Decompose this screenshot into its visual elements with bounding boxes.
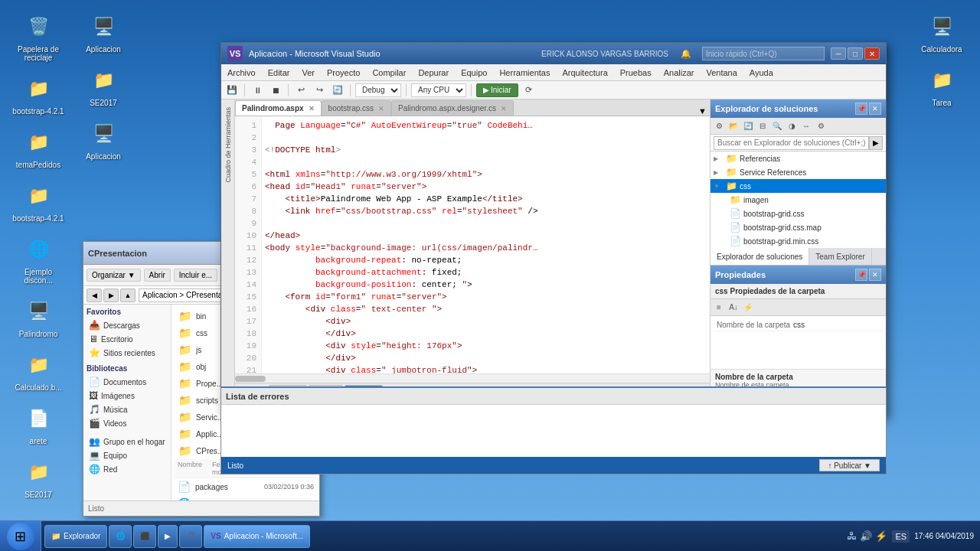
fe-sidebar-equipo[interactable]: 💻Equipo bbox=[87, 448, 168, 462]
ep-publish-button[interactable]: ↑ Publicar ▼ bbox=[819, 459, 880, 471]
desktop-icon-arete[interactable]: 📄 arete bbox=[8, 399, 69, 449]
se-tb-view[interactable]: ◑ bbox=[785, 119, 799, 133]
se-tb-collapse[interactable]: ⊟ bbox=[756, 119, 769, 133]
menu-ver[interactable]: Ver bbox=[296, 64, 321, 80]
fe-sidebar-escritorio[interactable]: 🖥Escritorio bbox=[87, 332, 168, 346]
tb-debug-dropdown[interactable]: Debug bbox=[355, 83, 401, 97]
menu-editar[interactable]: Editar bbox=[262, 64, 296, 80]
se-search-go[interactable]: ▶ bbox=[869, 136, 883, 150]
tb-undo-btn[interactable]: ↩ bbox=[293, 83, 309, 97]
fe-back-btn[interactable]: ◀ bbox=[87, 289, 102, 302]
tb-pause-btn[interactable]: ⏸ bbox=[250, 83, 265, 97]
se-search-input[interactable] bbox=[714, 136, 869, 150]
vs-quick-search[interactable] bbox=[702, 47, 825, 60]
desktop-icon-tarea[interactable]: 📁 Tarea bbox=[911, 61, 972, 111]
tree-service-refs[interactable]: ▶ 📁 Service References bbox=[710, 165, 886, 179]
tb-stop-btn[interactable]: ⏹ bbox=[268, 83, 283, 97]
left-tab-herramientas[interactable]: Cuadro de Herramientas bbox=[223, 103, 234, 187]
fe-sidebar-imagenes[interactable]: 🖼Imágenes bbox=[87, 389, 168, 403]
tb-save-btn[interactable]: 💾 bbox=[224, 83, 240, 97]
desktop-icon-calculadorab[interactable]: 📁 Calculado.b... bbox=[8, 346, 69, 396]
se-pin-btn[interactable]: 📌 bbox=[855, 103, 867, 115]
props-tb-cat[interactable]: ≡ bbox=[712, 301, 726, 315]
menu-compilar[interactable]: Compilar bbox=[366, 64, 412, 80]
menu-ventana[interactable]: Ventana bbox=[700, 64, 743, 80]
menu-depurar[interactable]: Depurar bbox=[412, 64, 455, 80]
tab-designer-cs[interactable]: Palindromo.aspx.designer.cs ✕ bbox=[391, 100, 514, 116]
code-content[interactable]: Page Language="C#" AutoEventWireup="true… bbox=[262, 116, 710, 373]
menu-herramientas[interactable]: Herramientas bbox=[493, 64, 556, 80]
desktop-icon-se2017[interactable]: 📁 SE2017 bbox=[8, 453, 69, 503]
tree-bootstrap-grid-css[interactable]: 📄 bootstrap-grid.css bbox=[710, 207, 886, 220]
vs-restore-button[interactable]: □ bbox=[848, 47, 863, 60]
desktop-icon-se2017b[interactable]: 📁 SE2017 bbox=[73, 61, 134, 111]
tree-css[interactable]: ▼ 📁 css bbox=[710, 179, 886, 193]
se-footer-tab-team[interactable]: Team Explorer bbox=[809, 248, 871, 265]
taskbar-item-cmd[interactable]: ⬛ bbox=[133, 525, 156, 548]
menu-archivo[interactable]: Archivo bbox=[221, 64, 262, 80]
tab-bootstrap-close[interactable]: ✕ bbox=[378, 105, 384, 112]
menu-analizar[interactable]: Analizar bbox=[658, 64, 701, 80]
taskbar-item-explorer[interactable]: 📁 Explorador bbox=[44, 525, 107, 548]
vs-close-button[interactable]: ✕ bbox=[864, 47, 880, 60]
se-close-btn[interactable]: ✕ bbox=[869, 103, 881, 115]
menu-proyecto[interactable]: Proyecto bbox=[321, 64, 366, 80]
se-tb-refresh[interactable]: 🔄 bbox=[741, 119, 755, 133]
file-item-packages[interactable]: 📄 packages 03/02/2019 0:36 XML Configura… bbox=[175, 478, 316, 495]
menu-equipo[interactable]: Equipo bbox=[455, 64, 493, 80]
tab-bootstrap-css[interactable]: bootstrap.css ✕ bbox=[322, 100, 391, 116]
scrollbar-thumb[interactable] bbox=[235, 376, 266, 382]
tb-redo-btn[interactable]: ↪ bbox=[312, 83, 327, 97]
tab-designer-close[interactable]: ✕ bbox=[501, 105, 507, 112]
taskbar-item-media[interactable]: ▶ bbox=[158, 525, 178, 548]
tree-bootstrap-grid-mincss[interactable]: 📄 bootstrap-grid.min.css bbox=[710, 234, 886, 248]
fe-sidebar-red[interactable]: 🌐Red bbox=[87, 462, 168, 476]
props-close-btn[interactable]: ✕ bbox=[869, 269, 881, 281]
desktop-icon-calculadora[interactable]: 🖥️ Calculadora bbox=[911, 8, 972, 57]
desktop-icon-papelera[interactable]: 🗑️ Papelera de reciclaje bbox=[8, 8, 69, 66]
menu-ayuda[interactable]: Ayuda bbox=[743, 64, 779, 80]
fe-include-btn[interactable]: Incluir e... bbox=[174, 269, 217, 282]
fe-sidebar-sitios[interactable]: ⭐Sitios recientes bbox=[87, 346, 168, 360]
desktop-icon-temapedidos[interactable]: 📁 temaPedidos bbox=[8, 123, 69, 173]
se-tb-properties[interactable]: ⚙ bbox=[712, 119, 726, 133]
vs-minimize-button[interactable]: ─ bbox=[831, 47, 846, 60]
se-tb-filter[interactable]: 🔍 bbox=[770, 119, 784, 133]
menu-arquitectura[interactable]: Arquitectura bbox=[556, 64, 613, 80]
fe-sidebar-grupo[interactable]: 👥Grupo en el hogar bbox=[87, 435, 168, 448]
desktop-icon-ejemplo[interactable]: 🌐 Ejemplo discon... bbox=[8, 230, 69, 289]
desktop-icon-aplicacion[interactable]: 🖥️ Aplicacion bbox=[73, 8, 134, 57]
tab-palindromo-aspx[interactable]: Palindromo.aspx ✕ bbox=[235, 100, 322, 116]
file-item-palindromo[interactable]: 🌐 Palindromo 03/02/2019 14:43 ASP.NET Se… bbox=[175, 495, 316, 500]
tab-palindromo-close[interactable]: ✕ bbox=[309, 105, 315, 112]
fe-organize-btn[interactable]: Organizar ▼ bbox=[87, 269, 141, 282]
taskbar-item-ie[interactable]: 🌐 bbox=[109, 525, 132, 548]
taskbar-item-vs[interactable]: VS Aplicacion - Microsoft... bbox=[204, 525, 310, 548]
desktop-icon-palindromo[interactable]: 🖥️ Palindromo bbox=[8, 292, 69, 342]
se-tb-gear[interactable]: ⚙ bbox=[814, 119, 828, 133]
desktop-icon-bootstrap2[interactable]: 📁 bootstrap-4.2.1 bbox=[8, 177, 69, 227]
taskbar-item-winamp[interactable]: 🎵 bbox=[179, 525, 202, 548]
se-tb-showfiles[interactable]: 📂 bbox=[727, 119, 740, 133]
editor-scrollbar-h[interactable] bbox=[235, 373, 710, 383]
props-pin-btn[interactable]: 📌 bbox=[855, 269, 867, 281]
props-tb-extra[interactable]: ⚡ bbox=[741, 301, 755, 315]
tree-referencias[interactable]: ▶ 📁 Referencias bbox=[710, 152, 886, 165]
fe-sidebar-musica[interactable]: 🎵Música bbox=[87, 403, 168, 416]
tb-refresh-btn[interactable]: 🔄 bbox=[330, 83, 345, 97]
tb-start-button[interactable]: ▶ Iniciar bbox=[476, 83, 518, 97]
se-footer-tab-explorador[interactable]: Explorador de soluciones bbox=[710, 248, 809, 265]
fe-sidebar-documentos[interactable]: 📄Documentos bbox=[87, 375, 168, 389]
fe-open-btn[interactable]: Abrir bbox=[144, 269, 171, 282]
desktop-icon-aplicacion2[interactable]: 🖥️ Aplicacion bbox=[73, 115, 134, 165]
tb-more-btn[interactable]: ⟳ bbox=[521, 83, 537, 97]
start-button[interactable]: ⊞ bbox=[0, 521, 41, 552]
menu-pruebas[interactable]: Pruebas bbox=[614, 64, 658, 80]
fe-forward-btn[interactable]: ▶ bbox=[103, 289, 119, 302]
tree-bootstrap-grid-cssmap[interactable]: 📄 bootstrap-grid.css.map bbox=[710, 220, 886, 234]
props-tb-alpha[interactable]: A↓ bbox=[727, 301, 740, 315]
desktop-icon-bootstrap1[interactable]: 📁 bootstrap-4.2.1 bbox=[8, 70, 69, 119]
fe-sidebar-videos[interactable]: 🎬Videos bbox=[87, 416, 168, 430]
fe-up-btn[interactable]: ▲ bbox=[120, 289, 136, 302]
se-tb-sync[interactable]: ↔ bbox=[799, 119, 813, 133]
